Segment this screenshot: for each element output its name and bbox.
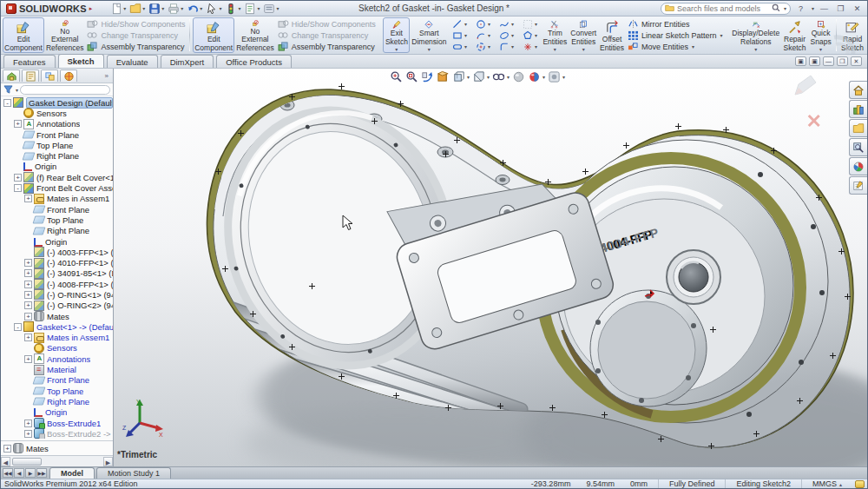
edit-appearance-dropdown-icon[interactable]: ▾ <box>542 74 545 80</box>
apply-scene-button[interactable] <box>512 70 525 83</box>
tree-item-right-plane[interactable]: Right Plane <box>1 150 113 161</box>
search-dropdown-icon[interactable]: ▾ <box>784 5 786 11</box>
doc-icon-2[interactable]: ▣ <box>809 56 820 66</box>
expand-toggle-icon[interactable]: + <box>24 195 32 202</box>
open-button[interactable]: ▾ <box>128 2 146 16</box>
arc-tool[interactable]: ▾ <box>471 30 494 41</box>
slot-tool-dropdown-icon[interactable]: ▾ <box>464 43 467 50</box>
tree-item-annotations[interactable]: +Annotations <box>1 119 113 129</box>
rebuild-dropdown-icon[interactable]: ▾ <box>238 5 240 11</box>
propertymanager-tab[interactable] <box>22 69 39 82</box>
tree-item-mates-in-assem1[interactable]: +Mates in Assem1 <box>1 333 113 343</box>
change-transparency-item-2[interactable]: Change Transparency <box>278 30 376 41</box>
tag-icon[interactable] <box>855 480 865 488</box>
select-button[interactable]: ▾ <box>205 2 222 16</box>
expand-toggle-icon[interactable]: + <box>24 281 32 288</box>
select-dropdown-icon[interactable]: ▾ <box>219 5 221 11</box>
trim-entities-dropdown-icon[interactable]: ▾ <box>554 46 556 52</box>
view-settings-dropdown-icon[interactable]: ▾ <box>562 74 565 80</box>
save-button[interactable]: ▾ <box>148 2 165 16</box>
search-portal-tab[interactable] <box>849 138 867 156</box>
quick-snaps-dropdown-icon[interactable]: ▾ <box>819 46 822 52</box>
tab-prev-icon[interactable]: ◀ <box>14 468 24 478</box>
tab-sketch[interactable]: Sketch <box>58 54 104 68</box>
view-orientation-dropdown-icon[interactable]: ▾ <box>467 74 470 80</box>
tree-filter-input[interactable] <box>20 85 110 95</box>
hide-show-items-button[interactable]: ▾ <box>492 70 510 83</box>
ellipse-tool-dropdown-icon[interactable]: ▾ <box>511 32 514 38</box>
print-dropdown-icon[interactable]: ▾ <box>181 5 183 11</box>
expand-toggle-icon[interactable]: + <box>24 313 32 320</box>
tree-item-front-plane[interactable]: Front Plane <box>1 129 113 140</box>
expand-toggle-icon[interactable]: + <box>14 120 22 128</box>
tab-features[interactable]: Features <box>3 55 56 68</box>
previous-view-button[interactable] <box>421 70 434 83</box>
expand-toggle-icon[interactable]: + <box>24 430 32 438</box>
exit-sketch-button[interactable]: Exit Sketch ▾ <box>383 17 410 53</box>
ghost-tool[interactable]: ▾ <box>518 18 541 30</box>
display-delete-relations-button[interactable]: Display/Delete Relations ▾ <box>730 17 781 53</box>
ellipse-tool[interactable]: ▾ <box>495 30 517 41</box>
doc-minimize-button[interactable]: — <box>823 56 834 66</box>
repair-sketch-button[interactable]: Repair Sketch <box>781 17 808 53</box>
convert-entities-dropdown-icon[interactable]: ▾ <box>582 46 585 52</box>
trim-entities-button[interactable]: Trim Entities ▾ <box>541 17 569 53</box>
units-selector[interactable]: MMGS▴ <box>801 479 852 488</box>
expand-toggle-icon[interactable]: + <box>24 259 32 267</box>
expand-toggle-icon[interactable]: - <box>3 99 11 107</box>
line-tool-dropdown-icon[interactable]: ▾ <box>464 21 467 27</box>
tree-item-origin[interactable]: Origin <box>1 162 113 172</box>
expand-toggle-icon[interactable]: - <box>14 323 22 331</box>
undo-button[interactable]: ▾ <box>186 2 203 16</box>
ghost-tool-dropdown-icon[interactable]: ▾ <box>535 21 537 27</box>
tab-motion-study-1[interactable]: Motion Study 1 <box>96 467 171 479</box>
rectangle-tool[interactable]: ▾ <box>448 30 470 41</box>
new-button[interactable]: ▾ <box>109 2 127 16</box>
rectangle-tool-dropdown-icon[interactable]: ▾ <box>464 32 467 38</box>
tab-first-icon[interactable]: ◀◀ <box>3 468 13 478</box>
close-button[interactable]: ✕ <box>851 3 864 14</box>
tree-item-4010-ffp-1-defau[interactable]: +(-) 4010-FFP<1> (Defau <box>1 257 113 268</box>
scroll-left-icon[interactable]: ◀ <box>1 457 10 466</box>
tree-item-34091-85-1-defaul[interactable]: +(-) 34091-85<1> (Defaul <box>1 268 113 279</box>
circle-tool[interactable]: ▾ <box>471 18 494 30</box>
options-dropdown-icon[interactable]: ▾ <box>276 5 279 11</box>
tree-item-mates-in-assem1[interactable]: +Mates in Assem1 <box>1 194 113 204</box>
point-tool[interactable]: ▾ <box>518 41 541 52</box>
tree-item-boss-extrude2[interactable]: +Boss-Extrude2 -> <box>1 428 113 439</box>
tree-item-front-plane[interactable]: Front Plane <box>1 375 113 386</box>
design-library-tab[interactable] <box>849 100 867 118</box>
expand-toggle-icon[interactable]: + <box>24 334 32 341</box>
edit-component-button-2[interactable]: Edit Component <box>193 17 234 53</box>
graphics-viewport[interactable]: 4004-FFP 4004-FFP <box>114 69 867 466</box>
move-entities-item[interactable]: Move Entities ▾ <box>628 42 723 52</box>
display-delete-dropdown-icon[interactable]: ▾ <box>754 46 757 52</box>
view-settings-button[interactable]: ▾ <box>548 70 565 83</box>
doc-close-button[interactable]: ✕ <box>851 56 862 66</box>
confirmation-corner-sketch-icon[interactable] <box>790 72 819 102</box>
expand-toggle-icon[interactable]: + <box>3 445 11 453</box>
undo-dropdown-icon[interactable]: ▾ <box>200 5 202 11</box>
circle-tool-dropdown-icon[interactable]: ▾ <box>488 21 490 27</box>
tree-item-material-not-specified[interactable]: Material <box>1 364 113 374</box>
tree-item-annotations[interactable]: +Annotations <box>1 354 113 364</box>
doc-restore-button[interactable]: ❐ <box>837 56 848 66</box>
edit-appearance-button[interactable]: ▾ <box>528 70 545 83</box>
offset-entities-button[interactable]: Offset Entities <box>598 17 626 53</box>
hide-show-components-item-1[interactable]: Hide/Show Components <box>87 19 185 30</box>
tab-model[interactable]: Model <box>49 467 95 479</box>
help-button[interactable]: ? <box>794 3 807 14</box>
linear-sketch-pattern-item[interactable]: Linear Sketch Pattern ▾ <box>628 30 723 41</box>
hide-show-components-item-2[interactable]: Hide/Show Components <box>278 19 376 30</box>
appearances-scenes-tab[interactable] <box>849 157 867 175</box>
tree-item-sensors[interactable]: Sensors <box>1 108 113 118</box>
file-properties-button[interactable]: ▾ <box>243 2 260 16</box>
view-orientation-button[interactable]: ▾ <box>452 70 470 83</box>
tree-item-top-plane[interactable]: Top Plane <box>1 140 113 150</box>
linear-pattern-dropdown-icon[interactable]: ▾ <box>720 32 723 38</box>
scroll-right-icon[interactable]: ▶ <box>103 457 113 466</box>
panel-tabs-overflow-icon[interactable]: » <box>105 72 111 80</box>
polygon-tool-dropdown-icon[interactable]: ▾ <box>535 32 537 38</box>
configurationmanager-tab[interactable] <box>41 69 58 82</box>
hide-show-items-dropdown-icon[interactable]: ▾ <box>507 74 510 80</box>
